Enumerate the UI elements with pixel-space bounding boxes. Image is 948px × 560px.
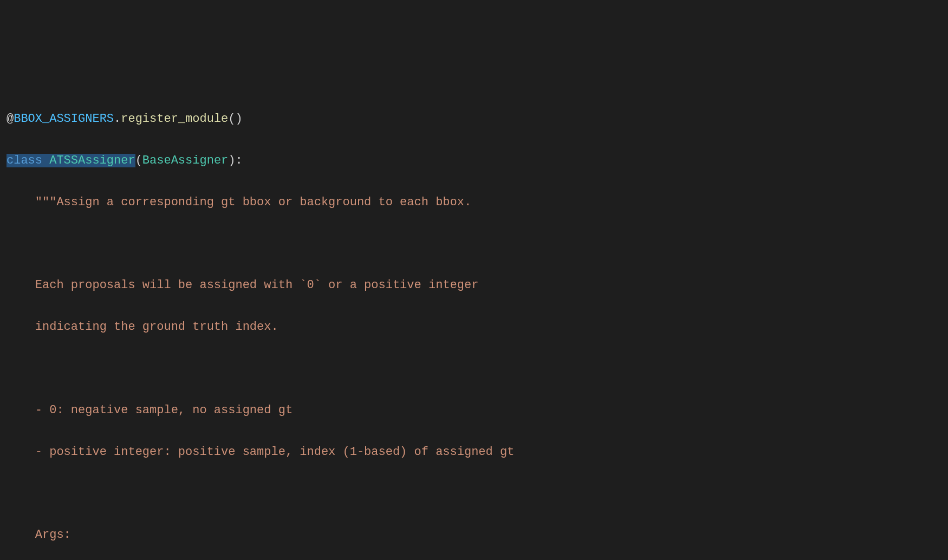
code-line-7[interactable] — [0, 359, 948, 379]
code-line-9[interactable]: - positive integer: positive sample, ind… — [0, 442, 948, 463]
open-paren: ( — [135, 154, 142, 167]
code-line-8[interactable]: - 0: negative sample, no assigned gt — [0, 400, 948, 421]
dot: . — [114, 112, 121, 126]
code-line-3[interactable]: """Assign a corresponding gt bbox or bac… — [0, 192, 948, 213]
class-keyword: class — [7, 154, 42, 167]
docstring-line: - 0: negative sample, no assigned gt — [7, 403, 293, 417]
register-method: register_module — [121, 112, 228, 126]
docstring-line: Args: — [7, 528, 71, 542]
code-line-6[interactable]: indicating the ground truth index. — [0, 317, 948, 338]
close-paren-colon: ): — [228, 154, 242, 167]
docstring-line: """Assign a corresponding gt bbox or bac… — [7, 196, 471, 209]
parens: () — [228, 112, 242, 126]
code-line-5[interactable]: Each proposals will be assigned with `0`… — [0, 275, 948, 296]
code-line-11[interactable]: Args: — [0, 525, 948, 546]
docstring-line: - positive integer: positive sample, ind… — [7, 445, 514, 459]
code-line-2[interactable]: class ATSSAssigner(BaseAssigner): — [0, 151, 948, 172]
class-name: ATSSAssigner — [49, 154, 135, 167]
base-class: BaseAssigner — [142, 154, 228, 167]
code-editor[interactable]: @BBOX_ASSIGNERS.register_module() class … — [0, 83, 948, 560]
code-line-1[interactable]: @BBOX_ASSIGNERS.register_module() — [0, 109, 948, 130]
docstring-line: Each proposals will be assigned with `0`… — [7, 278, 478, 292]
decorator-at: @ — [7, 112, 14, 126]
docstring-line: indicating the ground truth index. — [7, 320, 278, 334]
code-line-10[interactable] — [0, 484, 948, 504]
decorator-name: BBOX_ASSIGNERS — [14, 112, 114, 126]
code-line-4[interactable] — [0, 234, 948, 255]
